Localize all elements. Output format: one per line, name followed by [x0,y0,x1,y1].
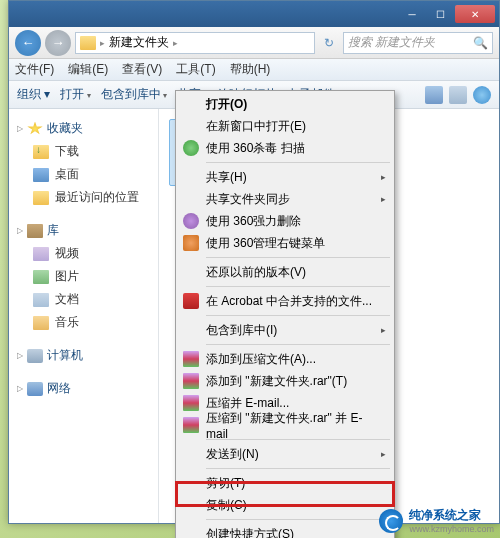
sidebar-recent[interactable]: 最近访问的位置 [9,186,158,209]
sidebar-documents[interactable]: 文档 [9,288,158,311]
include-library-button[interactable]: 包含到库中 [101,86,167,103]
organize-button[interactable]: 组织 ▾ [17,86,50,103]
rar-icon [183,417,199,433]
menu-file[interactable]: 文件(F) [15,61,54,78]
ctx-open-new-window[interactable]: 在新窗口中打开(E) [178,115,392,137]
sidebar: ▷收藏夹 下载 桌面 最近访问的位置 ▷库 视频 图片 文档 音乐 ▷计算机 ▷… [9,109,159,523]
ctx-acrobat-combine[interactable]: 在 Acrobat 中合并支持的文件... [178,290,392,312]
sidebar-network[interactable]: ▷网络 [9,377,158,400]
search-input[interactable]: 搜索 新建文件夹 🔍 [343,32,493,54]
menu-edit[interactable]: 编辑(E) [68,61,108,78]
delete-icon [183,213,199,229]
picture-icon [33,270,49,284]
ctx-360-menu[interactable]: 使用 360管理右键菜单 [178,232,392,254]
ctx-cut[interactable]: 剪切(T) [178,472,392,494]
desktop-icon [33,168,49,182]
library-icon [27,224,43,238]
back-button[interactable]: ← [15,30,41,56]
star-icon [27,122,43,136]
ctx-360-scan[interactable]: 使用 360杀毒 扫描 [178,137,392,159]
ctx-open[interactable]: 打开(O) [178,93,392,115]
separator [206,344,390,345]
network-icon [27,382,43,396]
ctx-send-to[interactable]: 发送到(N) [178,443,392,465]
refresh-button[interactable]: ↻ [319,36,339,50]
address-bar: ← → ▸ 新建文件夹 ▸ ↻ 搜索 新建文件夹 🔍 [9,27,499,59]
shield-icon [183,140,199,156]
open-button[interactable]: 打开 [60,86,90,103]
rar-icon [183,373,199,389]
folder-icon [80,36,96,50]
separator [206,162,390,163]
ctx-sync-folder[interactable]: 共享文件夹同步 [178,188,392,210]
help-icon[interactable] [473,86,491,104]
sidebar-downloads[interactable]: 下载 [9,140,158,163]
sidebar-pictures[interactable]: 图片 [9,265,158,288]
breadcrumb-folder[interactable]: 新建文件夹 [109,34,169,51]
titlebar: ─ ☐ ✕ [9,1,499,27]
preview-icon[interactable] [449,86,467,104]
separator [206,257,390,258]
computer-icon [27,349,43,363]
rar-icon [183,395,199,411]
sidebar-libraries[interactable]: ▷库 [9,219,158,242]
music-icon [33,316,49,330]
watermark-url: www.kzmyhome.com [409,524,494,534]
separator [206,286,390,287]
menu-view[interactable]: 查看(V) [122,61,162,78]
ctx-360-delete[interactable]: 使用 360强力删除 [178,210,392,232]
menu-help[interactable]: 帮助(H) [230,61,271,78]
document-icon [33,293,49,307]
sidebar-favorites[interactable]: ▷收藏夹 [9,117,158,140]
context-menu: 打开(O) 在新窗口中打开(E) 使用 360杀毒 扫描 共享(H) 共享文件夹… [175,90,395,538]
recent-icon [33,191,49,205]
maximize-button[interactable]: ☐ [427,5,453,23]
ctx-copy[interactable]: 复制(C) [178,494,392,516]
sidebar-music[interactable]: 音乐 [9,311,158,334]
ctx-restore-version[interactable]: 还原以前的版本(V) [178,261,392,283]
watermark-logo-icon [379,509,403,533]
watermark-text: 纯净系统之家 [409,508,481,522]
chevron-right-icon: ▸ [173,38,178,48]
ctx-compress-name-email[interactable]: 压缩到 "新建文件夹.rar" 并 E-mail [178,414,392,436]
sidebar-desktop[interactable]: 桌面 [9,163,158,186]
ctx-create-shortcut[interactable]: 创建快捷方式(S) [178,523,392,538]
sidebar-computer[interactable]: ▷计算机 [9,344,158,367]
chevron-right-icon: ▸ [100,38,105,48]
ctx-include-library[interactable]: 包含到库中(I) [178,319,392,341]
ctx-add-archive[interactable]: 添加到压缩文件(A)... [178,348,392,370]
rar-icon [183,351,199,367]
ctx-share[interactable]: 共享(H) [178,166,392,188]
download-icon [33,145,49,159]
sidebar-videos[interactable]: 视频 [9,242,158,265]
search-icon: 🔍 [473,36,488,50]
minimize-button[interactable]: ─ [399,5,425,23]
watermark: 纯净系统之家 www.kzmyhome.com [379,507,494,534]
adobe-icon [183,293,199,309]
separator [206,519,390,520]
forward-button[interactable]: → [45,30,71,56]
search-placeholder: 搜索 新建文件夹 [348,34,473,51]
separator [206,468,390,469]
menu-manage-icon [183,235,199,251]
breadcrumb[interactable]: ▸ 新建文件夹 ▸ [75,32,315,54]
close-button[interactable]: ✕ [455,5,495,23]
ctx-add-archive-name[interactable]: 添加到 "新建文件夹.rar"(T) [178,370,392,392]
video-icon [33,247,49,261]
menubar: 文件(F) 编辑(E) 查看(V) 工具(T) 帮助(H) [9,59,499,81]
menu-tools[interactable]: 工具(T) [176,61,215,78]
separator [206,315,390,316]
view-icon[interactable] [425,86,443,104]
